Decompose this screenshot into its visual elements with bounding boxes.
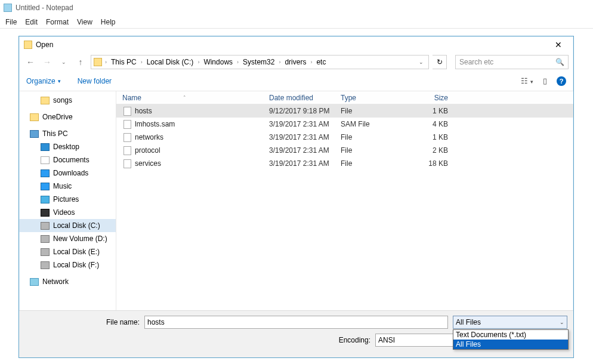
help-button[interactable]: ? — [557, 76, 566, 86]
search-placeholder: Search etc — [459, 58, 493, 66]
tree-item[interactable]: OneDrive — [19, 110, 116, 124]
tree-item-label: Network — [42, 277, 69, 286]
filetype-selected: All Files — [456, 318, 481, 326]
crumb-etc[interactable]: etc — [314, 58, 328, 66]
toolbar: Organize ▾ New folder ☷ ▾ ▯ ? — [19, 71, 573, 91]
chevron-right-icon[interactable]: › — [140, 59, 143, 65]
menu-help[interactable]: Help — [101, 18, 116, 26]
crumb-this-pc[interactable]: This PC — [109, 58, 139, 66]
search-input[interactable]: Search etc 🔍 — [455, 55, 569, 69]
menu-file[interactable]: File — [5, 18, 17, 26]
path-dropdown-icon[interactable]: ⌄ — [419, 59, 426, 65]
back-button[interactable]: ← — [24, 55, 37, 69]
file-row[interactable]: services3/19/2017 2:31 AMFile18 KB — [116, 157, 573, 170]
notepad-menu[interactable]: File Edit Format View Help — [0, 16, 593, 29]
file-size: 1 KB — [412, 107, 454, 115]
crumb-windows[interactable]: Windows — [201, 58, 235, 66]
breadcrumb[interactable]: › This PC › Local Disk (C:) › Windows › … — [91, 55, 429, 69]
view-buttons: ☷ ▾ ▯ ? — [521, 76, 566, 86]
menu-edit[interactable]: Edit — [25, 18, 38, 26]
file-row[interactable]: hosts9/12/2017 9:18 PMFile1 KB — [116, 104, 573, 118]
tree-item-label: Local Disk (E:) — [53, 248, 100, 256]
refresh-button[interactable]: ↻ — [433, 55, 447, 69]
file-name: protocol — [135, 146, 160, 155]
open-dialog: Open ✕ ← → ⌄ ↑ › This PC › Local Disk (C… — [18, 36, 574, 358]
pc-icon — [30, 130, 39, 138]
drv-icon — [41, 248, 50, 256]
file-row[interactable]: networks3/19/2017 2:31 AMFile1 KB — [116, 131, 573, 144]
tree-item[interactable]: Local Disk (C:) — [19, 219, 116, 232]
tree-item[interactable]: Desktop — [19, 140, 116, 153]
tree-item-label: Local Disk (F:) — [53, 261, 99, 269]
tree-item-label: songs — [53, 96, 72, 104]
chevron-right-icon[interactable]: › — [197, 59, 200, 65]
tree-item[interactable]: Videos — [19, 206, 116, 219]
filetype-option[interactable]: All Files — [453, 340, 568, 349]
file-size: 18 KB — [412, 159, 454, 168]
organize-button[interactable]: Organize ▾ — [26, 77, 61, 85]
filetype-combo[interactable]: All Files ⌄ Text Documents (*.txt)All Fi… — [453, 316, 567, 329]
col-name-label: Name — [122, 94, 141, 102]
filename-input[interactable] — [144, 316, 448, 329]
file-icon — [123, 133, 131, 142]
folder-icon — [94, 58, 102, 66]
tree-item[interactable]: Music — [19, 180, 116, 193]
col-date[interactable]: Date modified — [269, 94, 341, 102]
col-size[interactable]: Size — [412, 94, 454, 102]
file-size: 4 KB — [412, 120, 454, 128]
chevron-right-icon[interactable]: › — [236, 59, 239, 65]
nav-tree[interactable]: songsOneDriveThis PCDesktopDocumentsDown… — [19, 91, 116, 310]
net-icon — [30, 278, 39, 286]
sort-asc-icon: ˄ — [183, 95, 186, 101]
notepad-title-text: Untitled - Notepad — [16, 4, 73, 12]
tree-item[interactable]: This PC — [19, 127, 116, 140]
preview-pane-button[interactable]: ▯ — [543, 76, 547, 85]
view-mode-button[interactable]: ☷ ▾ — [521, 76, 533, 85]
tree-item[interactable]: Local Disk (F:) — [19, 258, 116, 272]
col-name[interactable]: Name ˄ — [116, 94, 269, 102]
doc-icon — [41, 156, 50, 164]
file-name: services — [135, 159, 161, 168]
tree-item[interactable]: Downloads — [19, 166, 116, 180]
file-pane: Name ˄ Date modified Type Size hosts9/12… — [116, 91, 573, 310]
close-button[interactable]: ✕ — [548, 40, 569, 50]
col-type[interactable]: Type — [341, 94, 412, 102]
filetype-popup[interactable]: Text Documents (*.txt)All Files — [453, 329, 569, 350]
chevron-right-icon[interactable]: › — [310, 59, 313, 65]
up-button[interactable]: ↑ — [74, 55, 87, 69]
organize-label: Organize — [26, 77, 55, 85]
crumb-drivers[interactable]: drivers — [282, 58, 308, 66]
new-folder-button[interactable]: New folder — [78, 77, 112, 85]
filetype-option[interactable]: Text Documents (*.txt) — [453, 330, 568, 340]
tree-item-label: This PC — [42, 129, 68, 138]
dialog-titlebar[interactable]: Open ✕ — [19, 36, 573, 53]
column-headers[interactable]: Name ˄ Date modified Type Size — [116, 91, 573, 104]
menu-format[interactable]: Format — [46, 18, 69, 26]
tree-item[interactable]: Local Disk (E:) — [19, 245, 116, 258]
tree-item[interactable]: Pictures — [19, 193, 116, 206]
chevron-right-icon[interactable]: › — [104, 59, 107, 65]
file-row[interactable]: protocol3/19/2017 2:31 AMFile2 KB — [116, 144, 573, 157]
tree-item[interactable]: Network — [19, 275, 116, 288]
tree-item-label: Desktop — [53, 143, 79, 151]
file-date: 3/19/2017 2:31 AM — [269, 133, 341, 141]
file-row[interactable]: lmhosts.sam3/19/2017 2:31 AMSAM File4 KB — [116, 118, 573, 131]
tree-item[interactable]: Documents — [19, 153, 116, 166]
recent-dropdown[interactable]: ⌄ — [57, 55, 70, 69]
folder-icon — [24, 41, 32, 49]
encoding-label: Encoding: — [25, 336, 375, 344]
file-list[interactable]: hosts9/12/2017 9:18 PMFile1 KBlmhosts.sa… — [116, 104, 573, 310]
desk-icon — [41, 143, 50, 151]
tree-item[interactable]: songs — [19, 94, 116, 107]
crumb-c-drive[interactable]: Local Disk (C:) — [144, 58, 196, 66]
tree-item-label: New Volume (D:) — [53, 235, 107, 243]
chevron-right-icon[interactable]: › — [278, 59, 281, 65]
crumb-system32[interactable]: System32 — [240, 58, 277, 66]
chevron-down-icon: ▾ — [58, 78, 61, 84]
notepad-icon — [4, 4, 12, 12]
vid-icon — [41, 209, 50, 217]
file-type: File — [341, 159, 412, 168]
drv-icon — [41, 261, 50, 269]
tree-item[interactable]: New Volume (D:) — [19, 232, 116, 245]
menu-view[interactable]: View — [77, 18, 92, 26]
